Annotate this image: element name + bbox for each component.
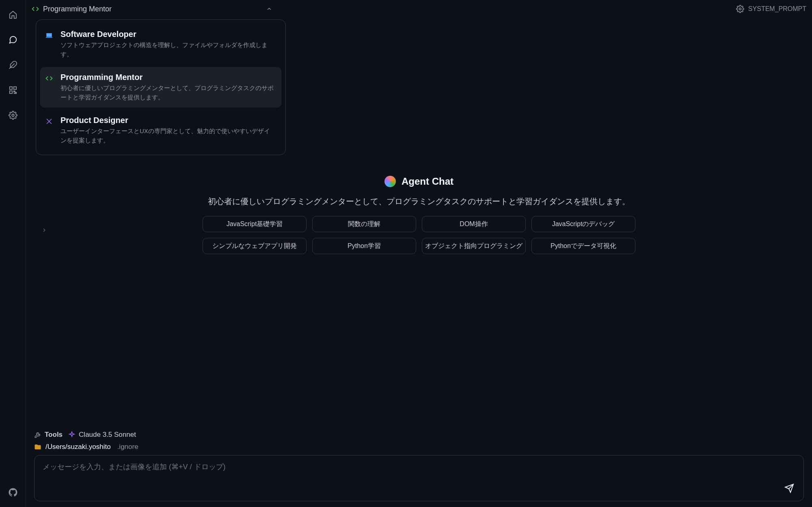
feather-icon [9, 60, 17, 69]
suggestion-chip[interactable]: 関数の理解 [312, 216, 416, 232]
suggestion-chip[interactable]: DOM操作 [422, 216, 526, 232]
svg-rect-2 [13, 87, 16, 89]
suggestion-chip[interactable]: JavaScriptのデバッグ [531, 216, 635, 232]
send-button[interactable] [782, 481, 796, 495]
github-icon [9, 488, 17, 497]
app-logo-icon [384, 176, 396, 187]
send-icon [784, 483, 794, 493]
model-selector[interactable]: Claude 3.5 Sonnet [68, 431, 136, 439]
suggestion-chip[interactable]: シンプルなウェブアプリ開発 [203, 238, 307, 254]
svg-rect-1 [9, 87, 12, 89]
nav-grid[interactable] [6, 83, 20, 97]
suggestion-chips: JavaScript基礎学習 関数の理解 DOM操作 JavaScriptのデバ… [203, 216, 635, 254]
nav-home[interactable] [6, 7, 20, 22]
tools-label: Tools [45, 431, 63, 439]
suggestion-chip[interactable]: オブジェクト指向プログラミング [422, 238, 526, 254]
folder-icon [34, 443, 41, 451]
wrench-icon [34, 431, 41, 438]
chat-icon [9, 35, 17, 44]
composer [34, 455, 804, 501]
svg-point-4 [12, 114, 14, 117]
sparkle-icon [68, 431, 76, 438]
nav-rail [0, 0, 26, 507]
hero-subtitle: 初心者に優しいプログラミングメンターとして、プログラミングタスクのサポートと学習… [208, 196, 630, 207]
nav-github[interactable] [6, 485, 20, 500]
hero-title: Agent Chat [402, 176, 454, 187]
ignore-link[interactable]: .ignore [117, 443, 138, 451]
model-label: Claude 3.5 Sonnet [79, 431, 136, 439]
qr-icon [9, 86, 17, 95]
hero: Agent Chat 初心者に優しいプログラミングメンターとして、プログラミング… [26, 0, 812, 430]
message-input[interactable] [43, 462, 779, 493]
suggestion-chip[interactable]: Python学習 [312, 238, 416, 254]
nav-chat[interactable] [6, 32, 20, 47]
workspace-path[interactable]: /Users/suzaki.yoshito [45, 443, 111, 451]
tools-button[interactable]: Tools [34, 431, 63, 439]
nav-settings[interactable] [6, 108, 20, 123]
suggestion-chip[interactable]: Pythonでデータ可視化 [531, 238, 635, 254]
home-icon [9, 10, 17, 19]
nav-pen[interactable] [6, 58, 20, 72]
svg-rect-3 [9, 91, 12, 93]
main-area: Programming Mentor SYSTEM_PROMPT Softwar… [26, 0, 812, 507]
composer-area: Tools Claude 3.5 Sonnet /Users/suzaki.yo… [34, 431, 804, 501]
suggestion-chip[interactable]: JavaScript基礎学習 [203, 216, 307, 232]
gear-icon [9, 111, 17, 120]
